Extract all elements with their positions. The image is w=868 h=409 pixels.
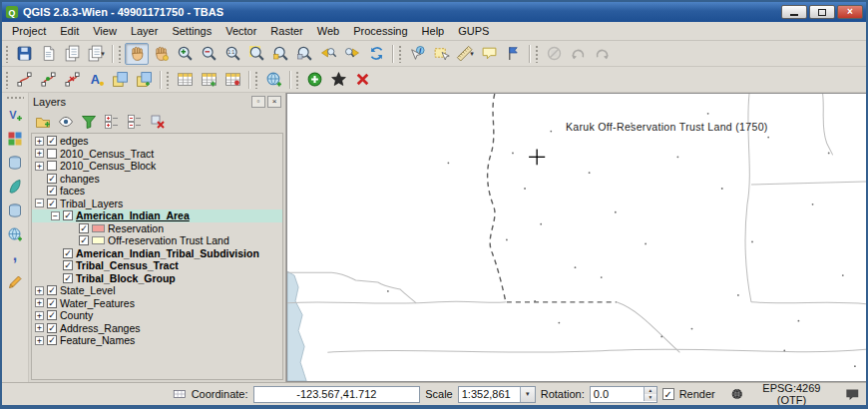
manage-layer-visibility-button[interactable] [55,111,76,132]
new-bookmark-button[interactable] [501,43,525,65]
menu-settings[interactable]: Settings [165,23,218,39]
scale-combo[interactable]: 1:352,861 ▾ [458,386,536,403]
layer-checkbox[interactable]: ✓ [63,248,73,258]
spin-down-icon[interactable]: ▾ [645,394,656,401]
layer-item-tribal-census-tract[interactable]: ✓Tribal_Census_Tract [32,259,282,272]
layer-checkbox[interactable]: ✓ [63,273,73,283]
layers-panel-header[interactable]: Layers ▫ × [29,93,285,110]
field-calculator-button[interactable] [197,69,220,91]
layer-item-water-features[interactable]: +✓Water_Features [32,297,282,310]
remove-layer-button[interactable] [147,111,168,132]
measure-dropdown-button[interactable]: ▾ [453,43,477,65]
zoom-last-button[interactable] [316,43,340,65]
labeling-button[interactable] [84,69,108,91]
add-raster-layer-button[interactable] [3,128,27,150]
add-db-layer-button[interactable] [3,200,27,221]
filter-legend-button[interactable] [78,111,99,132]
zoom-in-button[interactable] [173,43,197,65]
node-tool-1-button[interactable] [12,69,36,91]
menu-gups[interactable]: GUPS [451,23,496,39]
expander-plus-icon[interactable]: + [35,311,44,320]
layer-checkbox[interactable]: ✓ [47,199,57,208]
add-vector-layer-button[interactable] [3,104,27,126]
layer-item-2010-census-tract[interactable]: +2010_Census_Tract [32,148,282,161]
layer-item-off-reservation-trust-land[interactable]: ✓Off-reservation Trust Land [32,234,282,247]
layer-item-state-level[interactable]: +✓State_Level [32,284,282,297]
layer-checkbox[interactable]: ✓ [63,210,73,220]
maximize-button[interactable] [809,5,835,19]
menu-raster[interactable]: Raster [263,23,309,39]
zoom-out-button[interactable] [197,43,220,65]
zoom-full-button[interactable] [244,43,268,65]
layer-checkbox[interactable]: ✓ [79,223,89,233]
add-wms-layer-button-2[interactable] [3,223,27,245]
toolbar-grip[interactable] [6,96,24,100]
menu-view[interactable]: View [86,23,124,39]
menu-layer[interactable]: Layer [124,23,166,39]
expander-plus-icon[interactable]: + [35,323,44,332]
layer-checkbox[interactable] [47,149,57,159]
expander-plus-icon[interactable]: + [35,336,44,345]
map-canvas[interactable]: Karuk Off-Reservation Trust Land (1750) [286,93,866,382]
zoom-next-button[interactable] [340,43,364,65]
pan-map-button[interactable] [125,43,149,65]
marker-delete-button[interactable] [350,69,374,91]
paste-style-button[interactable] [132,69,156,91]
open-attribute-table-button[interactable] [173,69,197,91]
layer-checkbox[interactable]: ✓ [63,260,73,270]
toolbar-grip[interactable] [118,45,122,63]
expander-plus-icon[interactable]: + [35,286,44,295]
copy-style-button[interactable] [108,69,132,91]
expander-plus-icon[interactable]: + [35,137,44,146]
layer-checkbox[interactable]: ✓ [47,335,57,345]
layer-checkbox[interactable]: ✓ [47,285,57,295]
layer-checkbox[interactable]: ✓ [47,136,57,146]
toolbar-grip[interactable] [5,71,9,89]
minimize-button[interactable] [781,5,807,19]
menu-processing[interactable]: Processing [346,23,414,39]
toolbar-grip[interactable] [398,45,402,63]
menu-vector[interactable]: Vector [218,23,263,39]
close-panel-button[interactable]: × [267,96,281,108]
layer-item-tribal-layers[interactable]: −✓Tribal_Layers [32,198,282,210]
add-spatialite-layer-button[interactable] [3,176,27,198]
zoom-to-selection-button[interactable] [268,43,292,65]
layer-item-address-ranges[interactable]: +✓Address_Ranges [32,322,282,335]
layer-checkbox[interactable]: ✓ [79,235,89,245]
menu-edit[interactable]: Edit [53,23,86,39]
rotation-spinbox[interactable]: 0.0 ▴ ▾ [590,386,657,403]
layer-item-feature-names[interactable]: +✓Feature_Names [32,334,282,347]
expand-all-button[interactable] [101,111,122,132]
layer-checkbox[interactable]: ✓ [47,310,57,320]
menu-project[interactable]: Project [5,23,53,39]
coordinate-display-toggle-icon[interactable] [173,387,187,401]
node-tool-2-button[interactable] [36,69,60,91]
layer-checkbox[interactable]: ✓ [47,186,57,196]
float-panel-button[interactable]: ▫ [251,96,265,108]
map-tips-button[interactable] [477,43,501,65]
menu-help[interactable]: Help [415,23,452,39]
layer-item-reservation[interactable]: ✓Reservation [32,222,282,235]
layer-item-tribal-block-group[interactable]: ✓Tribal_Block_Group [32,272,282,285]
node-tool-3-button[interactable] [60,69,84,91]
add-wms-layer-button[interactable] [261,69,285,91]
layer-item-edges[interactable]: +✓edges [32,135,282,148]
render-checkbox[interactable]: ✓ [662,388,674,400]
zoom-to-layer-button[interactable] [292,43,316,65]
add-delimited-text-button[interactable] [3,247,27,269]
layer-query-button[interactable] [220,69,244,91]
coordinate-input[interactable]: -123.567,41.712 [253,386,421,403]
pan-to-selection-button[interactable] [149,43,173,65]
layer-item-faces[interactable]: ✓faces [32,185,282,198]
toolbar-grip[interactable] [535,45,539,63]
close-button[interactable]: × [837,5,863,19]
crs-status-button[interactable]: EPSG:4269 (OTF) [725,381,841,407]
toolbar-grip[interactable] [5,45,9,63]
layer-checkbox[interactable]: ✓ [47,298,57,308]
layer-item-2010-census-block[interactable]: +2010_Census_Block [32,160,282,173]
save-project-button[interactable] [12,43,36,65]
new-print-composer-button[interactable] [36,43,60,65]
expander-minus-icon[interactable]: − [51,211,60,220]
layer-checkbox[interactable]: ✓ [47,323,57,333]
layer-item-changes[interactable]: ✓changes [32,173,282,186]
